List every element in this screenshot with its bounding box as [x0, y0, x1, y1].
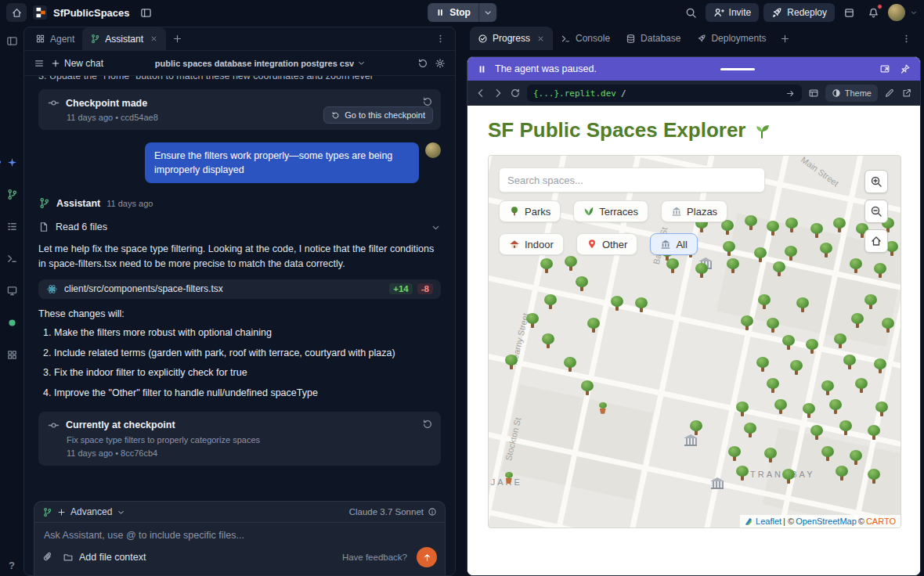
tree-marker[interactable] [821, 446, 835, 462]
rollback-history-button[interactable] [417, 58, 428, 69]
tree-marker[interactable] [763, 448, 778, 463]
tree-marker[interactable] [839, 420, 853, 436]
rail-apps-button[interactable] [2, 346, 21, 365]
tree-marker[interactable] [744, 215, 758, 231]
tree-marker[interactable] [796, 297, 810, 313]
replit-logo[interactable] [33, 5, 47, 20]
goto-checkpoint-button[interactable]: Go to this checkpoint [323, 106, 433, 124]
tree-marker[interactable] [850, 313, 864, 329]
tab-assistant[interactable]: Assistant [82, 27, 166, 50]
leaflet-link[interactable]: Leaflet [756, 517, 781, 526]
tree-marker[interactable] [873, 358, 887, 374]
tree-marker[interactable] [833, 333, 847, 349]
url-bar[interactable]: {...}.replit.dev / [527, 85, 802, 102]
filter-chip-plazas[interactable]: Plazas [661, 200, 727, 222]
thread-title-dropdown[interactable]: public spaces database integration postg… [110, 59, 411, 68]
tree-marker[interactable] [525, 313, 540, 329]
rail-shell-button[interactable] [2, 250, 21, 268]
tab-console[interactable]: Console [553, 27, 618, 50]
reload-icon[interactable] [510, 88, 521, 99]
plant-marker[interactable] [598, 402, 608, 415]
forward-icon[interactable] [493, 88, 504, 99]
tree-marker[interactable] [543, 294, 558, 310]
tree-marker[interactable] [772, 261, 786, 277]
tree-marker[interactable] [881, 318, 895, 333]
go-arrow-icon[interactable] [785, 88, 796, 99]
rail-status-button[interactable] [2, 314, 21, 333]
open-external-icon[interactable] [901, 88, 912, 99]
chat-settings-button[interactable] [435, 58, 446, 69]
tree-marker[interactable] [766, 221, 780, 236]
close-icon[interactable] [536, 34, 545, 43]
map-home-button[interactable] [864, 229, 888, 253]
tree-marker[interactable] [789, 360, 803, 376]
zoom-out-button[interactable] [864, 200, 888, 223]
tree-marker[interactable] [784, 246, 798, 261]
rollback-cloud-button[interactable] [422, 419, 433, 430]
layout-toggle-button[interactable] [136, 3, 156, 22]
chat-menu-button[interactable] [34, 58, 45, 69]
tree-marker[interactable] [634, 297, 648, 313]
tree-marker[interactable] [766, 378, 780, 394]
filter-chip-other[interactable]: Other [576, 233, 638, 255]
invite-button[interactable]: Invite [706, 3, 760, 22]
file-diff-chip[interactable]: client/src/components/space-filters.tsx … [38, 279, 441, 299]
tab-database[interactable]: Database [618, 27, 688, 50]
chat-scroll[interactable]: 3. Update the "Home" button to match the… [24, 76, 455, 495]
theme-button[interactable]: Theme [825, 85, 878, 102]
tree-marker[interactable] [805, 339, 819, 355]
assistant-input[interactable] [44, 530, 435, 541]
tree-marker[interactable] [766, 318, 780, 333]
devtools-icon[interactable] [808, 88, 819, 99]
rail-workflows-button[interactable] [2, 218, 21, 236]
tree-marker[interactable] [828, 399, 843, 415]
pin-icon[interactable] [900, 63, 911, 74]
tree-marker[interactable] [854, 378, 868, 394]
read-files-toggle[interactable]: Read 6 files [38, 218, 441, 236]
tree-marker[interactable] [781, 469, 796, 484]
rollback-cloud-button[interactable] [422, 96, 433, 107]
account-chevron-icon[interactable] [910, 9, 918, 16]
tree-marker[interactable] [819, 243, 833, 258]
home-button[interactable] [6, 3, 27, 22]
notifications-button[interactable] [864, 3, 883, 22]
tree-marker[interactable] [785, 218, 799, 233]
tree-marker[interactable] [821, 380, 835, 396]
new-tab-button[interactable] [166, 27, 189, 50]
filter-chip-terraces[interactable]: Terraces [573, 200, 648, 222]
tree-marker[interactable] [580, 380, 594, 396]
paperclip-icon[interactable] [42, 552, 53, 563]
tree-marker[interactable] [563, 357, 577, 373]
send-button[interactable] [417, 547, 437, 567]
tab-agent[interactable]: Agent [27, 27, 82, 50]
edit-icon[interactable] [884, 88, 895, 99]
tree-marker[interactable] [781, 335, 796, 351]
tree-marker[interactable] [849, 258, 863, 274]
left-tab-menu-button[interactable] [429, 27, 452, 50]
add-file-context-button[interactable]: Add file context [63, 552, 146, 563]
stop-button[interactable]: Stop [428, 3, 478, 22]
tree-marker[interactable] [735, 466, 749, 481]
tree-marker[interactable] [726, 258, 740, 274]
right-tab-menu-button[interactable] [895, 27, 918, 50]
close-icon[interactable] [150, 34, 158, 43]
tree-marker[interactable] [810, 223, 824, 239]
tree-marker[interactable] [832, 218, 846, 233]
tree-marker[interactable] [587, 318, 601, 333]
rail-assistant-button[interactable] [2, 185, 21, 204]
back-icon[interactable] [475, 88, 486, 99]
tree-marker[interactable] [835, 466, 849, 481]
plant-marker[interactable] [504, 472, 514, 484]
tree-marker[interactable] [695, 263, 709, 279]
popout-icon[interactable] [879, 63, 890, 74]
tree-marker[interactable] [867, 425, 881, 441]
feedback-link[interactable]: Have feedback? [342, 553, 407, 562]
avatar[interactable] [888, 4, 905, 21]
tree-marker[interactable] [740, 315, 754, 331]
new-chat-button[interactable]: New chat [51, 58, 103, 69]
tree-marker[interactable] [864, 294, 878, 310]
tree-marker[interactable] [810, 425, 824, 441]
tree-marker[interactable] [540, 258, 554, 274]
map[interactable]: Kearny Street Battery St Main Street Sto… [488, 155, 901, 528]
tree-marker[interactable] [735, 401, 749, 417]
